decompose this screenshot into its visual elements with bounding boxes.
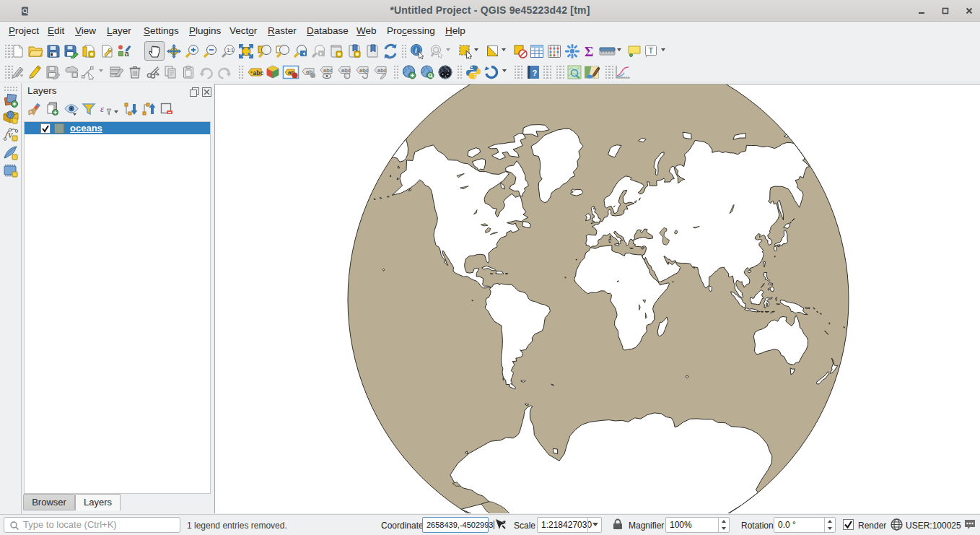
svg-text:Σ: Σ [585,44,593,59]
svg-text:T: T [648,45,653,54]
svg-text:abc: abc [359,66,369,73]
svg-text:abc: abc [253,69,263,76]
svg-text:i: i [415,46,417,54]
svg-text:1:1: 1:1 [227,48,234,53]
svg-text:abc: abc [341,66,351,73]
svg-text:abc: abc [377,66,387,73]
svg-text:ε: ε [100,103,105,114]
svg-text:?: ? [532,68,537,77]
svg-text:abc: abc [323,66,333,73]
